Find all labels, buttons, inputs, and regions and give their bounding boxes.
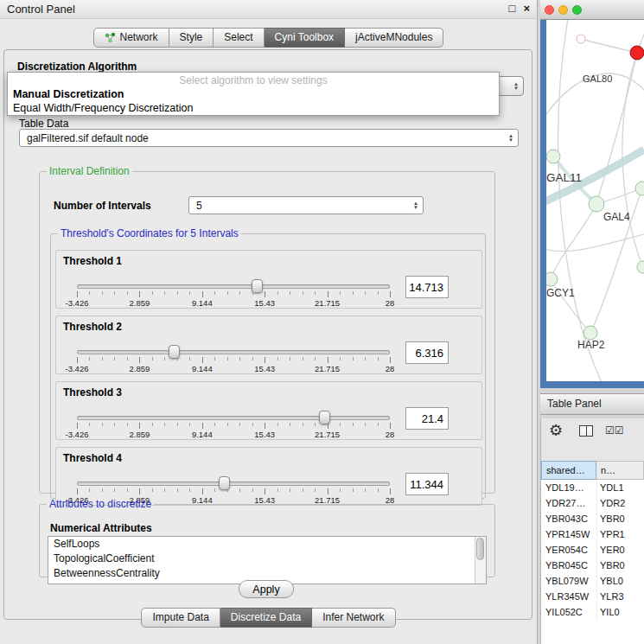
tab-cyni-toolbox[interactable]: Cyni Toolbox [265, 28, 345, 48]
slider-tick [303, 423, 303, 426]
slider-tick [265, 488, 265, 494]
tab-infer-network[interactable]: Infer Network [312, 608, 395, 628]
table-row[interactable]: YLR345WYLR3 [541, 589, 644, 604]
tick-label: 28 [386, 364, 395, 373]
slider-track[interactable] [77, 416, 390, 420]
table-data-select[interactable]: galFiltered.sif default node ▲ ▼ [19, 129, 519, 147]
tab-style[interactable]: Style [169, 28, 214, 48]
network-node[interactable] [577, 35, 585, 43]
slider-tick-labels: -3.4262.8599.14415.4321.71528 [77, 364, 390, 373]
slider-tick [139, 291, 140, 297]
slider-tick [290, 423, 290, 426]
list-scrollbar[interactable] [475, 537, 486, 583]
number-of-intervals-value: 5 [196, 197, 202, 214]
tab-impute-data[interactable]: Impute Data [141, 608, 220, 628]
network-node[interactable] [546, 150, 560, 163]
mac-minimize-button[interactable] [558, 5, 568, 15]
dropdown-option-equal-width-frequency[interactable]: Equal Width/Frequency Discretization [8, 102, 499, 114]
threshold-value-field[interactable] [405, 276, 449, 298]
table-header-row: shared… n… [541, 461, 644, 480]
tab-network[interactable]: Network [93, 28, 169, 48]
tick-label: 21.715 [315, 298, 340, 308]
slider-tick [227, 357, 228, 360]
slider-tick [365, 488, 366, 492]
slider-tick [139, 357, 140, 363]
threshold-value-field[interactable] [405, 341, 449, 364]
apply-button[interactable]: Apply [239, 580, 294, 598]
columns-icon[interactable] [579, 425, 593, 437]
threshold-block: Threshold 3-3.4262.8599.14415.4321.71528 [55, 381, 482, 440]
slider-ticks [77, 357, 390, 364]
slider-tick [114, 357, 115, 360]
tab-discretize-data[interactable]: Discretize Data [220, 608, 312, 628]
threshold-value-field[interactable] [405, 473, 449, 495]
tab-label: Style [180, 29, 203, 47]
slider-tick [340, 423, 341, 426]
threshold-block: Threshold 1-3.4262.8599.14415.4321.71528 [55, 250, 482, 309]
network-node[interactable] [583, 326, 597, 340]
threshold-label: Threshold 3 [63, 386, 122, 399]
numerical-attributes-label: Numerical Attributes [50, 522, 152, 534]
network-canvas[interactable]: GAL80GAL11GAL4GCY1HAP2 [546, 20, 644, 381]
number-of-intervals-select[interactable]: 5 ▲ ▼ [188, 196, 424, 214]
threshold-value-field[interactable] [405, 407, 449, 430]
close-icon[interactable]: × [523, 2, 530, 15]
slider-tick-labels: -3.4262.8599.14415.4321.71528 [77, 430, 390, 439]
table-row[interactable]: YBR045CYBR0 [541, 558, 644, 573]
slider-tick [340, 357, 341, 360]
network-node[interactable] [635, 182, 644, 195]
algorithm-dropdown-popup: Select algorithm to view settings Manual… [7, 72, 500, 116]
threshold-block: Threshold 4-3.4262.8599.14415.4321.71528 [55, 447, 482, 506]
network-node[interactable] [637, 261, 644, 273]
table-row[interactable]: YDL19…YDL1 [541, 480, 644, 495]
tick-label: 15.43 [254, 298, 275, 308]
slider-tick [378, 488, 379, 492]
network-node[interactable] [630, 46, 644, 60]
slider-tick [139, 423, 140, 429]
slider-track[interactable] [77, 350, 390, 354]
slider-tick [239, 423, 240, 426]
column-header-name[interactable]: n… [596, 461, 644, 480]
table-row[interactable]: YPR145WYPR1 [541, 526, 644, 542]
control-panel-window: Control Panel □ × Network Style Select C… [0, 0, 538, 644]
attribute-list-item[interactable]: SelfLoops [48, 537, 486, 552]
mac-zoom-button[interactable] [572, 5, 582, 15]
slider-tick [102, 488, 103, 492]
table-row[interactable]: YIL052CYIL0 [541, 604, 644, 620]
slider-tick [114, 291, 115, 295]
node-label: HAP2 [577, 339, 605, 351]
tab-select[interactable]: Select [214, 28, 264, 48]
scrollbar-thumb[interactable] [476, 538, 484, 560]
attribute-list-item[interactable]: BetweennessCentrality [48, 566, 486, 581]
gear-icon[interactable]: ⚙ [549, 421, 563, 440]
table-row[interactable]: YDR27…YDR2 [541, 495, 644, 511]
slider-track[interactable] [77, 284, 390, 289]
mac-close-button[interactable] [545, 5, 554, 15]
slider-tick [277, 488, 278, 492]
slider-tick [152, 488, 153, 492]
table-row[interactable]: YER054CYER0 [541, 542, 644, 558]
combo-arrows-icon: ▲ ▼ [513, 82, 519, 91]
slider-tick [328, 357, 328, 363]
dropdown-option-manual-discretization[interactable]: Manual Discretization [8, 88, 499, 100]
select-rows-icons[interactable]: ☑☑ [605, 424, 624, 437]
attribute-list-item[interactable]: TopologicalCoefficient [48, 552, 486, 566]
slider-tick [303, 488, 303, 492]
slider-track[interactable] [77, 481, 390, 486]
network-node[interactable] [546, 272, 558, 286]
network-node[interactable] [589, 196, 604, 212]
slider-tick [378, 357, 379, 360]
minimize-icon[interactable]: □ [509, 2, 516, 15]
slider-tick [152, 423, 153, 426]
tab-jactivemnodules[interactable]: jActiveMNodules [345, 28, 443, 48]
table-row[interactable]: YBR043CYBR0 [541, 511, 644, 526]
cell-name: YBR0 [596, 558, 644, 573]
tick-label: 9.144 [192, 298, 213, 308]
slider-tick [252, 291, 253, 295]
slider-tick [189, 423, 190, 426]
table-row[interactable]: YBL079WYBL0 [541, 573, 644, 589]
tick-label: 28 [386, 298, 395, 308]
column-header-shared-name[interactable]: shared… [541, 461, 596, 480]
slider-tick [265, 357, 265, 363]
slider-tick [189, 357, 190, 360]
